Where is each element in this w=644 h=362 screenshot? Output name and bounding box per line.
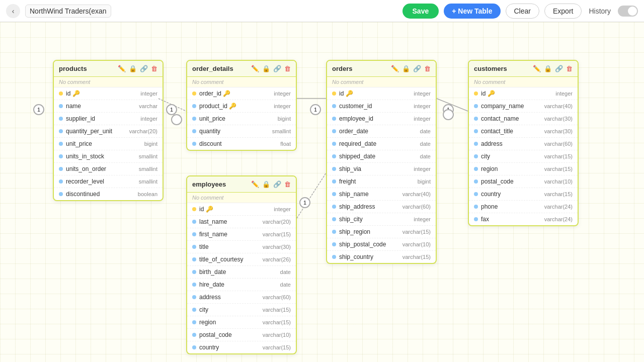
edit-icon[interactable]: ✏️	[533, 65, 541, 72]
delete-icon[interactable]: 🗑	[424, 65, 431, 72]
lock-icon[interactable]: 🔒	[262, 180, 270, 188]
save-button[interactable]: Save	[403, 4, 439, 19]
topbar: ‹ NorthWind Traders(exan Save + New Tabl…	[0, 0, 644, 22]
field-discount: discount float	[187, 138, 296, 150]
lock-icon[interactable]: 🔒	[544, 65, 552, 72]
delete-icon[interactable]: 🗑	[284, 180, 291, 188]
field-required-date: required_date date	[327, 138, 436, 150]
table-products-header: products ✏️ 🔒 🔗 🗑	[54, 61, 163, 77]
edit-icon[interactable]: ✏️	[118, 65, 126, 72]
table-products-comment: No comment	[54, 77, 163, 87]
table-employees-title: employees	[192, 180, 226, 188]
link-icon[interactable]: 🔗	[273, 180, 281, 188]
field-id: id 🔑 integer	[54, 87, 163, 100]
field-dot	[192, 320, 196, 324]
field-supplier-id: supplier_id integer	[54, 113, 163, 125]
field-dot	[332, 192, 336, 196]
connector-1b: 1	[166, 104, 177, 115]
field-contact-name: contact_name varchar(30)	[469, 113, 578, 125]
field-product-id: product_id 🔑 integer	[187, 100, 296, 113]
field-dot	[192, 345, 196, 349]
link-icon[interactable]: 🔗	[273, 65, 281, 72]
table-products-title: products	[59, 65, 87, 72]
field-ship-name: ship_name varchar(40)	[327, 188, 436, 201]
edit-icon[interactable]: ✏️	[251, 180, 259, 188]
delete-icon[interactable]: 🗑	[284, 65, 291, 72]
database-name[interactable]: NorthWind Traders(exan	[25, 5, 111, 18]
field-units-on-order: units_on_order smallint	[54, 163, 163, 175]
back-button[interactable]: ‹	[6, 4, 20, 18]
field-dot	[59, 142, 63, 146]
field-dot	[332, 242, 336, 246]
table-employees-comment: No comment	[187, 193, 296, 203]
table-customers-comment: No comment	[469, 77, 578, 87]
field-units-in-stock: units_in_stock smallint	[54, 150, 163, 163]
new-table-button[interactable]: + New Table	[444, 4, 500, 19]
history-toggle[interactable]	[618, 6, 638, 17]
field-contact-title: contact_title varchar(30)	[469, 125, 578, 138]
field-quantity: quantity smallint	[187, 125, 296, 138]
table-order-details-icons: ✏️ 🔒 🔗 🗑	[251, 65, 291, 72]
field-country: country varchar(15)	[469, 188, 578, 201]
link-icon[interactable]: 🔗	[555, 65, 563, 72]
table-order-details-body: order_id 🔑 integer product_id 🔑 integer …	[187, 87, 296, 150]
field-title: title varchar(30)	[187, 241, 296, 253]
field-dot	[332, 129, 336, 133]
field-dot	[192, 295, 196, 299]
field-dot	[192, 142, 196, 146]
table-orders-icons: ✏️ 🔒 🔗 🗑	[391, 65, 431, 72]
lock-icon[interactable]: 🔒	[129, 65, 137, 72]
field-order-date: order_date date	[327, 125, 436, 138]
lock-icon[interactable]: 🔒	[402, 65, 410, 72]
lock-icon[interactable]: 🔒	[262, 65, 270, 72]
field-quantity-per-unit: quantity_per_unit varchar(20)	[54, 125, 163, 138]
field-country: country varchar(15)	[187, 341, 296, 353]
field-dot	[474, 117, 478, 121]
field-dot	[474, 167, 478, 171]
field-dot	[332, 104, 336, 108]
field-dot	[474, 104, 478, 108]
field-dot	[192, 104, 196, 108]
edit-icon[interactable]: ✏️	[391, 65, 399, 72]
field-dot	[192, 257, 196, 261]
canvas: 1 1 1 1 1 products ✏️ 🔒 🔗 🗑 No comment i…	[0, 22, 644, 362]
pk-dot	[332, 92, 336, 96]
link-icon[interactable]: 🔗	[140, 65, 148, 72]
field-phone: phone varchar(24)	[469, 201, 578, 213]
field-ship-region: ship_region varchar(15)	[327, 226, 436, 238]
field-freight: freight bigint	[327, 175, 436, 188]
delete-icon[interactable]: 🗑	[566, 65, 573, 72]
table-orders: orders ✏️ 🔒 🔗 🗑 No comment id 🔑 integer …	[326, 60, 437, 264]
edit-icon[interactable]: ✏️	[251, 65, 259, 72]
field-fax: fax varchar(24)	[469, 213, 578, 225]
field-dot	[59, 192, 63, 196]
field-dot	[332, 117, 336, 121]
field-dot	[192, 245, 196, 249]
export-button[interactable]: Export	[544, 4, 582, 19]
field-dot	[192, 270, 196, 274]
field-order-id: order_id 🔑 integer	[187, 87, 296, 100]
link-icon[interactable]: 🔗	[413, 65, 421, 72]
table-customers-header: customers ✏️ 🔒 🔗 🗑	[469, 61, 578, 77]
field-birth-date: birth_date date	[187, 266, 296, 279]
field-dot	[332, 142, 336, 146]
clear-button[interactable]: Clear	[506, 4, 539, 19]
field-dot	[192, 232, 196, 236]
table-order-details-header: order_details ✏️ 🔒 🔗 🗑	[187, 61, 296, 77]
field-company-name: company_name varchar(40)	[469, 100, 578, 113]
connector-1a: 1	[33, 104, 44, 115]
field-dot	[192, 308, 196, 312]
table-order-details-title: order_details	[192, 65, 233, 72]
table-customers: customers ✏️ 🔒 🔗 🗑 No comment id 🔑 integ…	[468, 60, 579, 226]
field-dot	[474, 154, 478, 158]
field-dot	[192, 117, 196, 121]
field-id: id 🔑 integer	[327, 87, 436, 100]
field-last-name: last_name varchar(20)	[187, 216, 296, 228]
history-button[interactable]: History	[587, 4, 613, 18]
table-orders-title: orders	[332, 65, 352, 72]
field-dot	[474, 192, 478, 196]
delete-icon[interactable]: 🗑	[151, 65, 157, 72]
field-dot	[332, 217, 336, 221]
field-city: city varchar(15)	[469, 150, 578, 163]
field-region: region varchar(15)	[469, 163, 578, 175]
